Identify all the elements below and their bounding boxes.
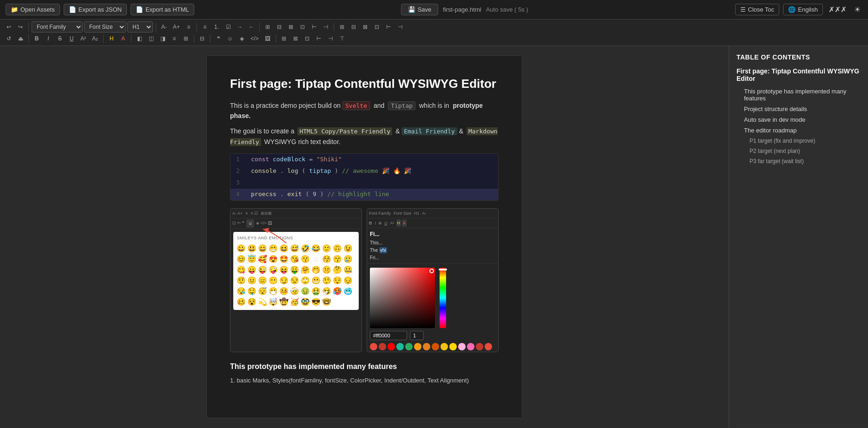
emoji-cell[interactable]: 🤤	[247, 286, 257, 296]
toc-item-subsub[interactable]: P3 far target (wait list)	[736, 158, 861, 165]
color-swatch[interactable]	[423, 352, 430, 352]
font-size-select[interactable]: Font Size121416	[84, 21, 126, 33]
align-justify-button[interactable]: ≡	[169, 33, 179, 44]
bold-button[interactable]: B	[32, 33, 42, 44]
align-right-button[interactable]: ◨	[158, 33, 168, 44]
emoji-cell[interactable]: 😂	[311, 244, 321, 254]
indent-button[interactable]: →	[235, 22, 245, 32]
emoji-cell[interactable]: 😶	[268, 276, 278, 286]
color-swatch[interactable]	[379, 352, 386, 352]
italic-button[interactable]: I	[43, 33, 53, 44]
toc-item-sub[interactable]: The editor roadmap	[736, 127, 861, 134]
align-left-button[interactable]: ◧	[134, 33, 145, 44]
ordered-list-button[interactable]: 1.	[211, 22, 222, 32]
toc-item-subsub[interactable]: P2 target (next plan)	[736, 148, 861, 154]
emoji-cell[interactable]: 🤠	[279, 297, 289, 307]
toc-item-sub[interactable]: This prototype has implemented many feat…	[736, 88, 861, 102]
emoji-cell[interactable]: 🥲	[343, 254, 353, 264]
emoji-cell[interactable]: 😑	[257, 276, 268, 286]
table-row2-btn5[interactable]: ⊣	[325, 33, 335, 44]
underline-button[interactable]: U	[66, 33, 77, 44]
emoji-cell[interactable]: 🥳	[289, 297, 300, 307]
editor-content[interactable]: First page: Tiptap Contentful WYSIWYG Ed…	[206, 55, 522, 418]
emoji-grid[interactable]: 😀😃😄😁😆😅🤣😂🙂🙃😉😊😇🥰😍🤩😘😗☺️😚😙🥲😋😛😜🤪😝🤑🤗🤭🤫🤔🤐🤨😐😑😶😏😒…	[236, 244, 356, 307]
emoji-cell[interactable]: 😬	[311, 276, 321, 286]
block-btn1[interactable]: ⊟	[197, 33, 207, 44]
check-button[interactable]: ☑	[223, 22, 233, 32]
table-opt1-button[interactable]: ⊢	[309, 22, 319, 32]
color-swatch[interactable]	[388, 352, 395, 352]
color-swatch[interactable]	[388, 343, 395, 350]
code-block-button[interactable]: </>	[248, 33, 261, 44]
line-height-button[interactable]: ≡	[184, 22, 194, 32]
emoji-cell[interactable]: 🤓	[322, 297, 332, 307]
export-html-button[interactable]: 📄 Export as HTML	[131, 4, 194, 15]
blockquote-button[interactable]: ❝	[213, 33, 224, 44]
table-row2-btn4[interactable]: ⊢	[314, 33, 324, 44]
emoji-cell[interactable]: 😘	[289, 254, 300, 264]
color-swatch[interactable]	[396, 343, 404, 350]
emoji-cell[interactable]: 😍	[268, 254, 278, 264]
emoji-cell[interactable]: 😋	[236, 265, 246, 275]
emoji-cell[interactable]: 🥸	[300, 297, 310, 307]
undo-button[interactable]: ↩	[4, 22, 14, 32]
table-row2-btn6[interactable]: ⊤	[337, 33, 347, 44]
copy-format-button[interactable]: ⏏	[15, 33, 26, 44]
table-col-button[interactable]: ⊟	[274, 22, 284, 32]
color-swatch[interactable]	[379, 343, 386, 350]
emoji-cell[interactable]: 🥰	[257, 254, 268, 264]
strikethrough-button[interactable]: S	[55, 33, 65, 44]
redo-button[interactable]: ↪	[15, 22, 26, 32]
emoji-cell[interactable]: 😇	[247, 254, 257, 264]
image-button[interactable]: 🖼	[263, 33, 273, 44]
emoji-cell[interactable]: 😐	[247, 276, 257, 286]
merge-cell-button[interactable]: ⊡	[297, 22, 308, 32]
highlight-button[interactable]: H	[106, 33, 117, 44]
emoji-cell[interactable]: 😚	[322, 254, 332, 264]
emoji-cell[interactable]: 😵	[247, 297, 257, 307]
sun-icon-button[interactable]: ☀	[852, 4, 862, 15]
emoji-cell[interactable]: 😎	[311, 297, 321, 307]
color-swatch[interactable]	[476, 343, 483, 350]
emoji-cell[interactable]: 😌	[332, 276, 342, 286]
emoji-cell[interactable]: 😒	[289, 276, 300, 286]
emoji-cell[interactable]: 🤫	[322, 265, 332, 275]
emoji-cell[interactable]: 🤥	[322, 276, 332, 286]
emoji-cell[interactable]: 🤨	[236, 276, 246, 286]
emoji-cell[interactable]: 😃	[247, 244, 257, 254]
open-assets-button[interactable]: 📁 Open Assets	[6, 4, 60, 15]
color-swatch[interactable]	[449, 352, 457, 352]
grid6-button[interactable]: ⊣	[395, 22, 405, 32]
superscript-button[interactable]: A²	[78, 33, 88, 44]
bullet-list-button[interactable]: ≡	[200, 22, 210, 32]
language-button[interactable]: 🌐 English	[783, 4, 823, 15]
color-hue-strip[interactable]	[440, 268, 446, 328]
color-swatch[interactable]	[432, 352, 439, 352]
table-row-button[interactable]: ⊠	[286, 22, 296, 32]
clear-format-button[interactable]: ↺	[4, 33, 14, 44]
color-swatch[interactable]	[370, 352, 377, 352]
emoji-cell[interactable]: 🤩	[279, 254, 289, 264]
emoji-cell[interactable]: 🙂	[322, 244, 332, 254]
color-swatch[interactable]	[449, 343, 457, 350]
color-swatch[interactable]	[396, 352, 404, 352]
subscript-button[interactable]: A₂	[90, 33, 100, 44]
emoji-cell[interactable]: 🤗	[300, 265, 310, 275]
emoji-cell[interactable]: 🤢	[300, 286, 310, 296]
emoji-cell[interactable]: 🤧	[322, 286, 332, 296]
emoji-cell[interactable]: 😉	[343, 244, 353, 254]
emoji-cell[interactable]: 😗	[300, 254, 310, 264]
color-swatch[interactable]	[405, 352, 413, 352]
table-row2-btn1[interactable]: ⊞	[279, 33, 289, 44]
toc-item-main[interactable]: First page: Tiptap Contentful WYSIWYG Ed…	[736, 67, 861, 82]
font-family-select[interactable]: Font FamilyArialGeorgia	[32, 21, 83, 33]
color-swatch[interactable]	[441, 352, 448, 352]
emoji-cell[interactable]: 🤯	[268, 297, 278, 307]
table-row2-btn3[interactable]: ⊡	[302, 33, 312, 44]
emoji-cell[interactable]: 🤣	[300, 244, 310, 254]
emoji-cell[interactable]: 😛	[247, 265, 257, 275]
color-swatch[interactable]	[414, 352, 421, 352]
emoji-cell[interactable]: 🤐	[343, 265, 353, 275]
emoji-cell[interactable]: 😜	[257, 265, 268, 275]
xxx-button[interactable]: ✗✗✗	[827, 4, 848, 15]
